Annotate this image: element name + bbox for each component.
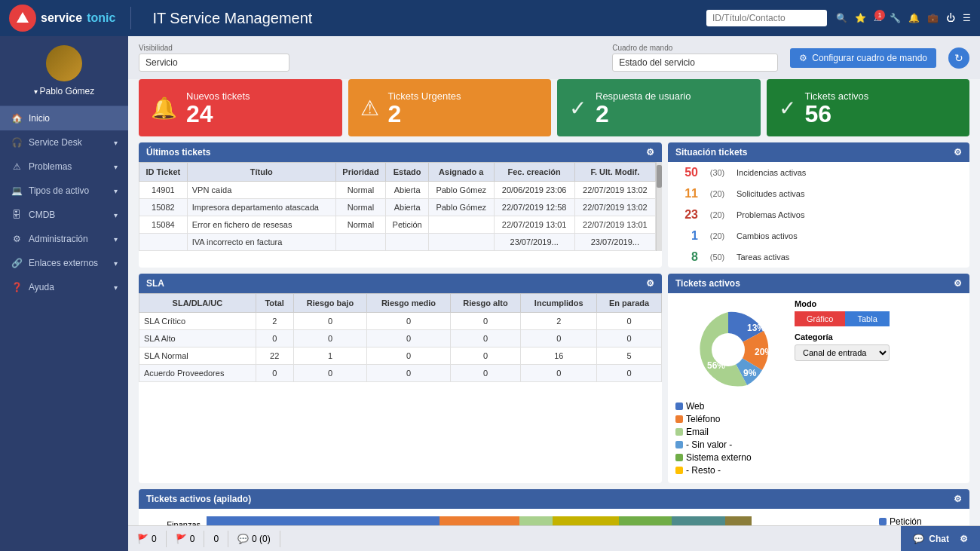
chevron-icon: ▾ xyxy=(114,211,118,219)
visibilidad-label: Visibilidad xyxy=(139,44,289,52)
star-icon[interactable]: ⭐ xyxy=(855,13,866,23)
sit-paren-3: (20) xyxy=(704,231,730,240)
sit-number-1: 11 xyxy=(675,187,698,201)
sidebar-item-cmdb[interactable]: 🗄 CMDB ▾ xyxy=(0,203,128,227)
chevron-icon: ▾ xyxy=(114,283,118,292)
sit-row-0[interactable]: 50 (30) Incidencias activas xyxy=(668,162,969,183)
chevron-icon: ▾ xyxy=(114,163,118,171)
col-asignado: Asignado a xyxy=(428,163,494,182)
sit-row-1[interactable]: 11 (20) Solicitudes activas xyxy=(668,183,969,204)
sla-row[interactable]: SLA Normal 22 1 0 0 16 5 xyxy=(139,347,662,365)
bell-icon[interactable]: 🔔 xyxy=(908,13,920,23)
cell-fec-creacion: 22/07/2019 13:01 xyxy=(494,216,574,234)
warning-icon[interactable]: ⚠1 xyxy=(874,13,882,23)
cell-prioridad: Normal xyxy=(335,216,386,234)
stat-card-nuevos[interactable]: 🔔 Nuevos tickets 24 xyxy=(139,79,342,136)
sidebar-item-ayuda[interactable]: ❓ Ayuda ▾ xyxy=(0,275,128,299)
sit-label-4: Tareas activas xyxy=(737,253,789,262)
check-stat-icon: ✓ xyxy=(569,96,586,121)
menu-icon[interactable]: ☰ xyxy=(963,13,971,23)
stat-card-activos[interactable]: ✓ Tickets activos 56 xyxy=(767,79,970,136)
home-icon: 🏠 xyxy=(11,113,23,124)
tickets-activos-panel: Tickets activos ⚙ xyxy=(668,274,969,483)
sidebar-item-enlaces[interactable]: 🔗 Enlaces externos ▾ xyxy=(0,251,128,275)
sla-col-3: Riesgo medio xyxy=(367,294,450,313)
briefcase-icon[interactable]: 💼 xyxy=(927,13,939,23)
mode-buttons: Gráfico Tabla xyxy=(795,311,890,326)
sla-row[interactable]: SLA Alto 0 0 0 0 0 0 xyxy=(139,330,662,347)
ultimos-tickets-header: Últimos tickets ⚙ xyxy=(139,142,662,162)
sidebar-item-problemas[interactable]: ⚠ Problemas ▾ xyxy=(0,155,128,179)
tickets-activos-gear-icon[interactable]: ⚙ xyxy=(954,278,962,289)
user-area: ▾ Pablo Gómez xyxy=(0,36,128,106)
refresh-icon: ↻ xyxy=(954,52,963,64)
stat-number-activos: 56 xyxy=(805,102,869,126)
sit-number-3: 1 xyxy=(675,229,698,243)
table-row[interactable]: IVA incorrecto en factura 23/07/2019... … xyxy=(139,234,656,251)
sidebar-item-admin[interactable]: ⚙ Administración ▾ xyxy=(0,227,128,251)
chat-section[interactable]: 💬 Chat ⚙ xyxy=(901,526,980,551)
situacion-rows: 50 (30) Incidencias activas 11 (20) Soli… xyxy=(668,162,969,268)
legend-item-tel: Teléfono xyxy=(675,414,781,424)
svg-text:56%: 56% xyxy=(707,360,725,371)
grafico-button[interactable]: Gráfico xyxy=(795,311,845,326)
bottom-stat-1: 🚩 0 xyxy=(167,531,205,547)
refresh-button[interactable]: ↻ xyxy=(948,47,969,69)
search-input[interactable] xyxy=(706,10,827,26)
power-icon[interactable]: ⏻ xyxy=(946,13,955,23)
cell-id: 15084 xyxy=(139,216,188,234)
legend-item-sinvalor: - Sin valor - xyxy=(675,439,781,450)
sla-row[interactable]: Acuerdo Proveedores 0 0 0 0 0 0 xyxy=(139,365,662,382)
chat-label: Chat xyxy=(929,534,949,544)
cuadro-label: Cuadro de mando xyxy=(612,44,778,52)
sidebar-item-servicedesk[interactable]: 🎧 Service Desk ▾ xyxy=(0,130,128,155)
sidebar-item-label: Inicio xyxy=(29,113,50,124)
tickets-activos-header: Tickets activos ⚙ xyxy=(668,274,969,293)
legend-item-email: Email xyxy=(675,427,781,437)
bottom-bar: 🚩 0 🚩 0 0 💬 0 (0) 💬 Chat ⚙ xyxy=(128,525,980,551)
search-icon[interactable]: 🔍 xyxy=(836,13,847,23)
cell-titulo: Error en fichero de resesas xyxy=(187,216,335,234)
sla-col-6: En parada xyxy=(597,294,662,313)
visibilidad-select[interactable]: Servicio xyxy=(139,54,289,72)
bell-stat-icon: 🔔 xyxy=(151,96,177,121)
chevron-icon: ▾ xyxy=(114,139,118,147)
sla-table: SLA/DLA/UC Total Riesgo bajo Riesgo medi… xyxy=(139,293,662,382)
cell-prioridad xyxy=(335,234,386,251)
categoria-select[interactable]: Canal de entrada xyxy=(795,344,890,361)
stat-card-respuesta[interactable]: ✓ Respuesta de usuario 2 xyxy=(557,79,761,136)
sit-row-3[interactable]: 1 (20) Cambios activos xyxy=(668,225,969,246)
legend-item-sistema: Sistema externo xyxy=(675,452,781,463)
legend-dot-sinvalor xyxy=(675,441,683,448)
situacion-gear-icon[interactable]: ⚙ xyxy=(954,147,962,158)
table-row[interactable]: 15084 Error en fichero de resesas Normal… xyxy=(139,216,656,234)
cell-prioridad: Normal xyxy=(335,199,386,216)
stat-card-urgentes[interactable]: ⚠ Tickets Urgentes 2 xyxy=(348,79,552,136)
tickets-gear-icon[interactable]: ⚙ xyxy=(646,147,654,158)
configure-label: Configurar cuadro de mando xyxy=(812,53,927,63)
sit-row-4[interactable]: 8 (50) Tareas activas xyxy=(668,246,969,268)
chevron-icon: ▾ xyxy=(114,187,118,195)
table-scrollbar[interactable] xyxy=(656,162,662,251)
tabla-button[interactable]: Tabla xyxy=(845,311,889,326)
logo-icon xyxy=(9,5,36,32)
sla-gear-icon[interactable]: ⚙ xyxy=(646,278,654,289)
bar-gear-icon[interactable]: ⚙ xyxy=(954,494,962,504)
cuadro-select[interactable]: Estado del servicio xyxy=(612,54,778,72)
warning-stat-icon: ⚠ xyxy=(360,96,379,121)
sla-row[interactable]: SLA Crítico 2 0 0 0 2 0 xyxy=(139,313,662,330)
legend-dot-email xyxy=(675,428,683,436)
sit-row-2[interactable]: 23 (20) Problemas Activos xyxy=(668,204,969,225)
stat-number-respuesta: 2 xyxy=(596,102,691,126)
tickets-activos-title: Tickets activos xyxy=(675,278,740,289)
chat-gear-icon[interactable]: ⚙ xyxy=(960,534,968,544)
configure-button[interactable]: ⚙ Configurar cuadro de mando xyxy=(790,48,936,68)
sidebar-item-inicio[interactable]: 🏠 Inicio xyxy=(0,106,128,130)
table-row[interactable]: 15082 Impresora departamento atascada No… xyxy=(139,199,656,216)
table-row[interactable]: 14901 VPN caída Normal Abierta Pablo Góm… xyxy=(139,182,656,199)
sidebar-item-tipos-activo[interactable]: 💻 Tipos de activo ▾ xyxy=(0,179,128,203)
sla-panel: SLA ⚙ SLA/DLA/UC Total Riesgo bajo Riesg… xyxy=(139,274,662,483)
sidebar-item-label: Tipos de activo xyxy=(29,185,89,196)
tipos-icon: 💻 xyxy=(11,185,23,196)
wrench-icon[interactable]: 🔧 xyxy=(890,13,901,23)
